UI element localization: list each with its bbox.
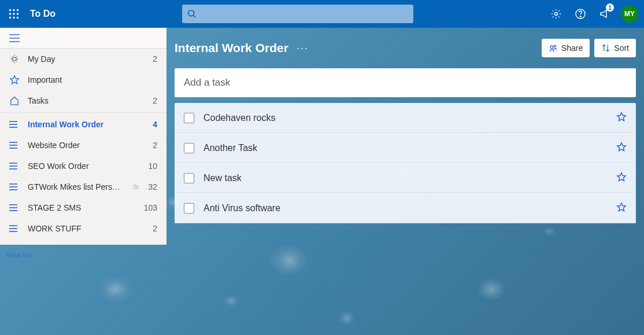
sidebar-item-label: GTWork Mikes list Personal (28, 182, 124, 192)
sort-label: Sort (614, 43, 629, 53)
shared-icon (132, 183, 140, 191)
task-title: Codehaven rocks (203, 113, 607, 123)
sidebar-item-count: 2 (153, 96, 157, 105)
task-item[interactable]: Another Task (175, 133, 636, 163)
sidebar-item-count: 4 (153, 120, 157, 129)
svg-rect-6 (9, 17, 11, 19)
sidebar-item-label: WORK STUFF (28, 224, 145, 233)
sidebar-item-label: Website Order (28, 141, 145, 150)
task-checkbox[interactable] (184, 113, 194, 123)
star-outline-icon (616, 142, 627, 152)
main-content: Internal Work Order ··· Share (166, 28, 644, 335)
share-label: Share (561, 43, 583, 53)
share-icon (549, 43, 558, 53)
svg-point-9 (188, 10, 194, 16)
star-icon (9, 75, 20, 85)
sidebar-item-count: 32 (148, 182, 157, 192)
task-star-button[interactable] (616, 142, 627, 154)
header-actions: 1 MY (545, 0, 644, 28)
task-checkbox[interactable] (184, 143, 194, 153)
list-icon (9, 141, 20, 149)
list-options-button[interactable]: ··· (297, 42, 309, 54)
user-avatar[interactable]: MY (621, 5, 638, 23)
add-task-row[interactable] (175, 68, 636, 97)
new-list-button[interactable]: New list (6, 251, 32, 259)
task-item[interactable]: Anti Virus software (175, 193, 636, 223)
sidebar-item-label: Important (28, 75, 149, 84)
sort-button[interactable]: Sort (594, 39, 636, 57)
sidebar-toggle[interactable] (0, 28, 166, 49)
star-outline-icon (616, 202, 627, 212)
sidebar-item-count: 2 (153, 141, 157, 150)
svg-rect-5 (17, 13, 18, 15)
sidebar-item-label: SEO Work Order (28, 161, 140, 171)
home-icon (9, 95, 20, 106)
share-button[interactable]: Share (542, 39, 590, 57)
search-icon (187, 9, 197, 21)
app-title: To Do (30, 9, 55, 19)
list-header: Internal Work Order ··· Share (175, 28, 636, 68)
sidebar-item-count: 10 (148, 161, 157, 171)
task-checkbox[interactable] (184, 173, 194, 183)
sun-icon (9, 54, 20, 64)
sidebar-item-custom[interactable]: Internal Work Order 4 (0, 114, 166, 135)
task-list: Codehaven rocks Another Task New task An… (175, 103, 636, 223)
svg-point-30 (134, 185, 136, 187)
sidebar-item-label: My Day (28, 54, 145, 64)
search-container (182, 5, 413, 23)
hamburger-icon (9, 34, 20, 42)
task-star-button[interactable] (616, 112, 627, 124)
svg-rect-2 (17, 9, 18, 11)
sidebar-item-important[interactable]: Important (0, 69, 166, 90)
sidebar-item-custom[interactable]: WORK STUFF 2 (0, 218, 166, 239)
app-launcher-button[interactable] (0, 0, 28, 28)
task-title: Another Task (203, 143, 607, 153)
svg-point-17 (13, 57, 16, 61)
svg-point-38 (550, 46, 553, 49)
sidebar-divider (0, 112, 166, 113)
sidebar-item-custom[interactable]: Website Order 2 (0, 135, 166, 156)
sidebar-item-custom[interactable]: GTWork Mikes list Personal 32 (0, 176, 166, 197)
list-icon (9, 183, 20, 191)
svg-rect-7 (13, 17, 15, 19)
task-item[interactable]: New task (175, 163, 636, 193)
svg-point-31 (136, 186, 138, 187)
task-checkbox[interactable] (184, 203, 194, 213)
svg-rect-1 (13, 9, 15, 11)
sidebar-item-custom[interactable]: SEO Work Order 10 (0, 156, 166, 176)
list-icon (9, 120, 20, 128)
svg-point-13 (580, 16, 580, 17)
question-icon (575, 8, 586, 20)
sidebar-item-label: Internal Work Order (28, 120, 145, 129)
svg-point-11 (555, 13, 558, 16)
waffle-icon (9, 9, 18, 19)
app-header: To Do 1 MY (0, 0, 644, 28)
star-outline-icon (616, 172, 627, 182)
sidebar-item-tasks[interactable]: Tasks 2 (0, 90, 166, 111)
search-input[interactable] (182, 5, 413, 23)
task-star-button[interactable] (616, 202, 627, 215)
notification-badge: 1 (606, 3, 614, 12)
list-icon (9, 204, 20, 212)
sidebar-item-myday[interactable]: My Day 2 (0, 49, 166, 69)
gear-icon (550, 8, 562, 20)
list-icon (9, 224, 20, 233)
sidebar-item-custom[interactable]: STAGE 2 SMS 103 (0, 197, 166, 218)
ellipsis-icon: ··· (297, 42, 309, 54)
star-outline-icon (616, 112, 627, 122)
list-title: Internal Work Order (175, 41, 288, 55)
settings-button[interactable] (545, 0, 568, 28)
sidebar-item-count: 2 (153, 54, 157, 64)
announce-button[interactable]: 1 (593, 0, 616, 28)
task-star-button[interactable] (616, 172, 627, 185)
svg-line-10 (194, 16, 196, 18)
help-button[interactable] (569, 0, 592, 28)
sort-icon (601, 43, 610, 53)
sidebar-item-label: Tasks (28, 96, 145, 105)
add-task-input[interactable] (184, 77, 627, 89)
task-title: New task (203, 173, 607, 183)
svg-rect-4 (13, 13, 15, 15)
task-item[interactable]: Codehaven rocks (175, 103, 636, 133)
svg-rect-0 (9, 9, 11, 11)
sidebar-item-count: 103 (144, 203, 157, 212)
